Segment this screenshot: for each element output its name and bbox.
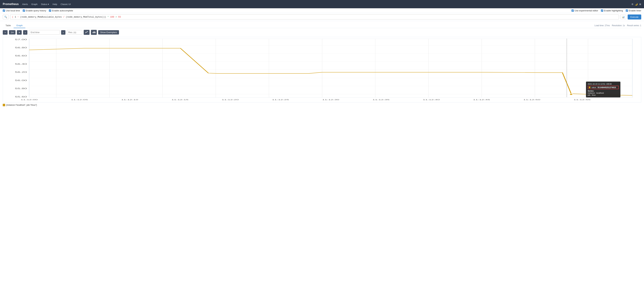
chart-container: 57.00 56.80 56.60 56.40 56.20 56.00 55.8… bbox=[3, 37, 641, 102]
svg-text:11:12:20: 11:12:20 bbox=[222, 99, 239, 100]
legend-text: {instance="localhost", job="linux"} bbox=[6, 104, 37, 106]
load-time-info: Load time: 27ms Resolution: 1s Result se… bbox=[594, 24, 641, 27]
query-display[interactable]: ( 1 − (node_memory_MemAvailable_bytes / … bbox=[10, 15, 619, 20]
svg-text:11:12:45: 11:12:45 bbox=[473, 99, 490, 100]
svg-text:56.20: 56.20 bbox=[15, 71, 27, 73]
svg-text:55.60: 55.60 bbox=[15, 96, 27, 98]
svg-text:55.80: 55.80 bbox=[15, 88, 27, 90]
resolution-input[interactable] bbox=[67, 30, 82, 35]
enable-highlighting-label[interactable]: Enable highlighting bbox=[601, 9, 623, 12]
svg-text:11:12:05: 11:12:05 bbox=[71, 99, 88, 100]
navbar: Prometheus Alerts Graph Status ▾ Help Cl… bbox=[0, 0, 644, 8]
tab-graph[interactable]: Graph bbox=[14, 23, 25, 28]
enable-query-history-checkbox[interactable] bbox=[23, 10, 25, 12]
enable-autocomplete-label[interactable]: Enable autocomplete bbox=[49, 9, 73, 12]
svg-text:56.80: 56.80 bbox=[15, 47, 27, 49]
svg-text:57.00: 57.00 bbox=[15, 39, 27, 41]
toolbar-row: Use local time Enable query history Enab… bbox=[0, 8, 644, 13]
nav-status[interactable]: Status ▾ bbox=[41, 3, 49, 6]
svg-text:56.60: 56.60 bbox=[15, 55, 27, 57]
svg-text:11:12:00: 11:12:00 bbox=[21, 99, 38, 100]
use-local-time-label[interactable]: Use local time bbox=[3, 9, 20, 12]
chart-svg: 57.00 56.80 56.60 56.40 56.20 56.00 55.8… bbox=[3, 37, 641, 102]
line-chart-button[interactable] bbox=[84, 30, 90, 35]
enable-autocomplete-text: Enable autocomplete bbox=[52, 9, 73, 12]
enable-highlighting-text: Enable highlighting bbox=[604, 9, 623, 12]
use-local-time-text: Use local time bbox=[6, 9, 20, 12]
execute-button[interactable]: Execute bbox=[628, 15, 641, 20]
use-local-time-checkbox[interactable] bbox=[3, 10, 5, 12]
load-time: Load time: 27ms bbox=[594, 24, 610, 27]
nav-classic-ui[interactable]: Classic UI bbox=[60, 3, 71, 6]
monitor-icon[interactable]: 🖥 bbox=[639, 3, 641, 6]
theme-toggle-icon[interactable]: 🌙 bbox=[635, 3, 638, 6]
next-button[interactable]: › bbox=[61, 30, 66, 35]
bar-chart-button[interactable] bbox=[91, 30, 97, 35]
nav-graph[interactable]: Graph bbox=[31, 3, 38, 6]
nav-help[interactable]: Help bbox=[52, 3, 57, 6]
end-time-input[interactable] bbox=[29, 30, 60, 35]
svg-text:56.00: 56.00 bbox=[15, 79, 27, 81]
svg-text:11:12:50: 11:12:50 bbox=[523, 99, 540, 100]
enable-linter-text: Enable linter bbox=[629, 9, 641, 12]
show-exemplars-button[interactable]: Show Exemplars bbox=[98, 30, 119, 35]
use-experimental-editor-checkbox[interactable] bbox=[572, 10, 574, 12]
svg-text:11:12:25: 11:12:25 bbox=[272, 99, 289, 100]
nav-alerts[interactable]: Alerts bbox=[22, 3, 28, 6]
prev-button[interactable]: ‹ bbox=[23, 30, 28, 35]
svg-text:11:12:10: 11:12:10 bbox=[121, 99, 138, 100]
metrics-icon-button[interactable]: 📊 bbox=[620, 15, 626, 19]
minus-button[interactable]: − bbox=[3, 30, 8, 35]
svg-rect-1 bbox=[94, 31, 94, 33]
search-button[interactable]: 🔍 bbox=[3, 15, 9, 19]
theme-icons: ⚙ 🌙 🖥 bbox=[632, 3, 641, 6]
use-experimental-editor-text: Use experimental editor bbox=[574, 9, 598, 12]
svg-rect-2 bbox=[95, 32, 96, 33]
svg-text:11:12:40: 11:12:40 bbox=[423, 99, 440, 100]
duration-label: 1m bbox=[9, 30, 16, 35]
legend: {instance="localhost", job="linux"} bbox=[3, 104, 641, 106]
svg-text:56.40: 56.40 bbox=[15, 63, 27, 65]
enable-autocomplete-checkbox[interactable] bbox=[49, 10, 51, 12]
svg-rect-0 bbox=[93, 32, 93, 33]
toolbar-right: Use experimental editor Enable highlight… bbox=[572, 9, 641, 12]
enable-query-history-text: Enable query history bbox=[26, 9, 46, 12]
svg-rect-4 bbox=[29, 39, 632, 97]
resolution: Resolution: 1s bbox=[612, 24, 625, 27]
use-experimental-editor-label[interactable]: Use experimental editor bbox=[572, 9, 598, 12]
legend-color-box bbox=[3, 104, 5, 106]
svg-text:11:12:30: 11:12:30 bbox=[322, 99, 339, 100]
settings-icon[interactable]: ⚙ bbox=[632, 3, 634, 6]
query-bar: 🔍 ( 1 − (node_memory_MemAvailable_bytes … bbox=[0, 13, 644, 21]
enable-highlighting-checkbox[interactable] bbox=[601, 10, 603, 12]
enable-linter-checkbox[interactable] bbox=[626, 10, 628, 12]
enable-query-history-label[interactable]: Enable query history bbox=[23, 9, 46, 12]
plus-button[interactable]: + bbox=[17, 30, 22, 35]
result-series: Result series: 1 bbox=[627, 24, 641, 27]
svg-point-27 bbox=[570, 94, 573, 95]
svg-text:11:12:15: 11:12:15 bbox=[172, 99, 188, 100]
svg-text:11:12:35: 11:12:35 bbox=[372, 99, 390, 100]
graph-controls: − 1m + ‹ › Show Exemplars bbox=[3, 30, 641, 35]
main-content: Table Graph Load time: 27ms Resolution: … bbox=[0, 21, 644, 288]
svg-text:11:12:55: 11:12:55 bbox=[574, 99, 590, 100]
tabs-row: Table Graph Load time: 27ms Resolution: … bbox=[3, 23, 641, 28]
brand-logo: Prometheus bbox=[3, 3, 18, 6]
tab-table[interactable]: Table bbox=[3, 23, 14, 28]
enable-linter-label[interactable]: Enable linter bbox=[626, 9, 641, 12]
